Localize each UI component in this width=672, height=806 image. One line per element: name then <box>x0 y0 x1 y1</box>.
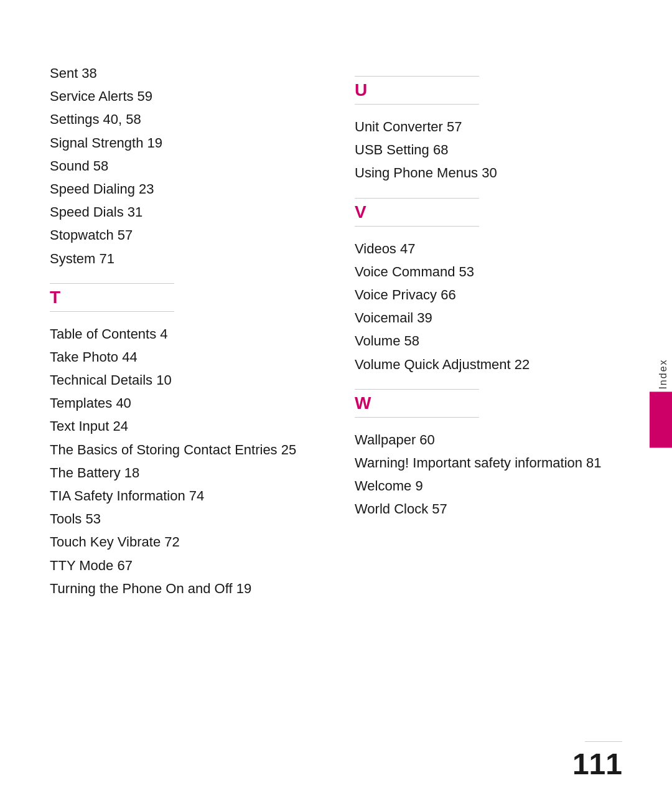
page-number: 111 <box>572 747 622 781</box>
s-entry-3: Signal Strength 19 <box>50 132 317 154</box>
t-entry-11: Turning the Phone On and Off 19 <box>50 578 317 599</box>
t-entry-9: Touch Key Vibrate 72 <box>50 531 317 553</box>
w-divider-bottom <box>355 417 479 418</box>
s-entry-1: Service Alerts 59 <box>50 85 317 107</box>
v-section-block: V Videos 47 Voice Command 53 Voice Priva… <box>355 202 622 375</box>
t-entry-0: Table of Contents 4 <box>50 323 317 345</box>
s-entry-7: Stopwatch 57 <box>50 224 317 246</box>
v-divider-top <box>355 198 479 199</box>
w-section-letter: W <box>355 393 622 413</box>
v-entry-1: Voice Command 53 <box>355 261 622 283</box>
side-tab-label: Index <box>653 358 669 389</box>
w-entry-1: Warning! Important safety information 81 <box>355 452 622 474</box>
t-entry-10: TTY Mode 67 <box>50 555 317 576</box>
u-section-letter: U <box>355 80 622 100</box>
s-entry-4: Sound 58 <box>50 155 317 177</box>
v-section-letter: V <box>355 202 622 222</box>
page-number-line <box>585 741 622 742</box>
w-divider-top <box>355 389 479 390</box>
v-entry-0: Videos 47 <box>355 238 622 260</box>
u-section-block: U Unit Converter 57 USB Setting 68 Using… <box>355 80 622 184</box>
page-container: Sent 38 Service Alerts 59 Settings 40, 5… <box>0 0 672 806</box>
v-entry-2: Voice Privacy 66 <box>355 284 622 306</box>
u-entry-2: Using Phone Menus 30 <box>355 162 622 184</box>
w-entry-0: Wallpaper 60 <box>355 429 622 451</box>
t-entry-1: Take Photo 44 <box>50 346 317 368</box>
v-divider-bottom <box>355 226 479 227</box>
t-section-block: T Table of Contents 4 Take Photo 44 Tech… <box>50 288 317 599</box>
u-entry-0: Unit Converter 57 <box>355 116 622 138</box>
t-divider-bottom <box>50 311 174 312</box>
t-entry-7: TIA Safety Information 74 <box>50 485 317 507</box>
side-tab: Index <box>650 358 672 448</box>
t-entry-3: Templates 40 <box>50 392 317 414</box>
t-entry-2: Technical Details 10 <box>50 369 317 391</box>
w-entry-2: Welcome 9 <box>355 475 622 497</box>
side-tab-bar <box>650 391 672 448</box>
t-entry-4: Text Input 24 <box>50 415 317 437</box>
s-entry-8: System 71 <box>50 248 317 269</box>
page-number-area: 111 <box>572 741 622 781</box>
v-entry-5: Volume Quick Adjustment 22 <box>355 354 622 375</box>
t-entry-8: Tools 53 <box>50 508 317 530</box>
s-section-block: Sent 38 Service Alerts 59 Settings 40, 5… <box>50 62 317 269</box>
s-entry-0: Sent 38 <box>50 62 317 84</box>
s-entry-6: Speed Dials 31 <box>50 201 317 223</box>
u-divider-bottom <box>355 104 479 105</box>
t-section-letter: T <box>50 288 317 307</box>
v-entry-3: Voicemail 39 <box>355 307 622 329</box>
t-entry-6: The Battery 18 <box>50 462 317 484</box>
u-entry-1: USB Setting 68 <box>355 139 622 161</box>
columns-wrapper: Sent 38 Service Alerts 59 Settings 40, 5… <box>50 62 622 606</box>
w-entry-3: World Clock 57 <box>355 498 622 520</box>
t-entry-5: The Basics of Storing Contact Entries 25 <box>50 439 317 461</box>
v-entry-4: Volume 58 <box>355 330 622 352</box>
s-entry-2: Settings 40, 58 <box>50 108 317 130</box>
left-column: Sent 38 Service Alerts 59 Settings 40, 5… <box>50 62 317 606</box>
s-entry-5: Speed Dialing 23 <box>50 178 317 200</box>
right-column: U Unit Converter 57 USB Setting 68 Using… <box>355 62 622 526</box>
w-section-block: W Wallpaper 60 Warning! Important safety… <box>355 393 622 520</box>
t-divider-top <box>50 283 174 284</box>
u-divider-top <box>355 76 479 77</box>
